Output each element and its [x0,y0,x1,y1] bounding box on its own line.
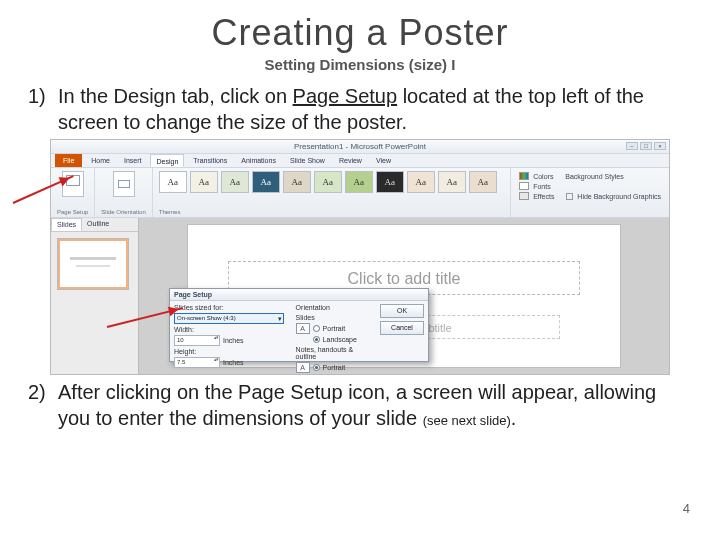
theme-swatch[interactable]: Aa [159,171,187,193]
height-label: Height: [174,348,290,355]
orientation-heading: Orientation [296,304,374,311]
step-2-number: 2) [28,379,58,431]
themes-label: Themes [159,209,181,215]
notes-portrait-radio[interactable] [313,364,320,371]
pane-tab-slides[interactable]: Slides [51,218,82,231]
height-spinner[interactable]: 7.5 [174,357,220,368]
height-unit: Inches [223,359,244,366]
fonts-icon [519,182,529,190]
step-1-body: In the Design tab, click on Page Setup l… [58,83,692,135]
orientation-icon[interactable] [113,171,135,197]
slides-sized-for-combo[interactable]: On-screen Show (4:3) [174,313,284,324]
powerpoint-screenshot: Presentation1 - Microsoft PowerPoint – □… [50,139,670,375]
fonts-label[interactable]: Fonts [533,183,551,190]
page-subtitle: Setting Dimensions (size) I [28,56,692,73]
step-2-text-b: . [511,407,517,429]
landscape-label: Landscape [323,336,357,343]
themes-group: Aa Aa Aa Aa Aa Aa Aa Aa Aa Aa Aa Themes [153,168,511,217]
ribbon-tabs: File Home Insert Design Transitions Anim… [51,154,669,168]
step-1-number: 1) [28,83,58,135]
pp-titlebar: Presentation1 - Microsoft PowerPoint – □… [51,140,669,154]
step-1: 1) In the Design tab, click on Page Setu… [28,83,692,135]
file-tab[interactable]: File [55,154,82,167]
orientation-notes-label: Notes, handouts & outline [296,346,374,360]
slides-pane: Slides Outline [51,218,139,374]
colors-label[interactable]: Colors [533,173,553,180]
theme-swatch[interactable]: Aa [438,171,466,193]
theme-gallery[interactable]: Aa Aa Aa Aa Aa Aa Aa Aa Aa Aa Aa [159,171,497,193]
effects-icon [519,192,529,200]
dialog-title: Page Setup [170,289,428,301]
ribbon-right-panel: Colors Background Styles Fonts Effects H… [511,168,669,217]
bgstyles-label[interactable]: Background Styles [565,173,623,180]
step-2: 2) After clicking on the Page Setup icon… [28,379,692,431]
portrait-label-2: Portrait [323,364,346,371]
slides-sized-for-label: Slides sized for: [174,304,290,311]
hidebg-label[interactable]: Hide Background Graphics [577,193,661,200]
theme-swatch[interactable]: Aa [314,171,342,193]
tab-insert[interactable]: Insert [119,154,147,167]
instruction-slide: Creating a Poster Setting Dimensions (si… [0,0,720,540]
step-2-note: (see next slide) [423,413,511,428]
slide-thumbnail[interactable] [57,238,129,290]
minimize-icon[interactable]: – [626,142,638,150]
effects-label[interactable]: Effects [533,193,554,200]
orientation-label: Slide Orientation [101,209,145,215]
portrait-icon: A [296,362,310,373]
slides-portrait-radio[interactable] [313,325,320,332]
ok-button[interactable]: OK [380,304,424,318]
page-number: 4 [683,501,690,516]
theme-swatch[interactable]: Aa [252,171,280,193]
portrait-icon: A [296,323,310,334]
slides-landscape-radio[interactable] [313,336,320,343]
page-setup-dialog: Page Setup Slides sized for: On-screen S… [169,288,429,362]
tab-home[interactable]: Home [86,154,115,167]
theme-swatch[interactable]: Aa [283,171,311,193]
tab-animations[interactable]: Animations [236,154,281,167]
tab-view[interactable]: View [371,154,396,167]
checkbox-icon[interactable] [566,193,573,200]
step-2-body: After clicking on the Page Setup icon, a… [58,379,692,431]
tab-design[interactable]: Design [150,154,184,167]
step-1-text-a: In the Design tab, click on [58,85,293,107]
portrait-label: Portrait [323,325,346,332]
cancel-button[interactable]: Cancel [380,321,424,335]
maximize-icon[interactable]: □ [640,142,652,150]
width-spinner[interactable]: 10 [174,335,220,346]
pane-tab-outline[interactable]: Outline [82,218,114,231]
width-label: Width: [174,326,290,333]
close-icon[interactable]: × [654,142,666,150]
theme-swatch[interactable]: Aa [376,171,404,193]
theme-swatch[interactable]: Aa [407,171,435,193]
slide-orientation-group: Slide Orientation [95,168,152,217]
tab-review[interactable]: Review [334,154,367,167]
step-1-underline: Page Setup [293,85,398,107]
page-setup-label: Page Setup [57,209,88,215]
theme-swatch[interactable]: Aa [190,171,218,193]
tab-transitions[interactable]: Transitions [188,154,232,167]
theme-swatch[interactable]: Aa [221,171,249,193]
theme-swatch[interactable]: Aa [469,171,497,193]
step-2-text-a: After clicking on the Page Setup icon, a… [58,381,656,429]
pp-window-title: Presentation1 - Microsoft PowerPoint [294,142,426,151]
orientation-slides-label: Slides [296,314,374,321]
page-title: Creating a Poster [28,12,692,54]
ribbon: Page Setup Slide Orientation Aa Aa Aa Aa… [51,168,669,218]
colors-icon [519,172,529,180]
tab-slideshow[interactable]: Slide Show [285,154,330,167]
theme-swatch[interactable]: Aa [345,171,373,193]
width-unit: Inches [223,337,244,344]
